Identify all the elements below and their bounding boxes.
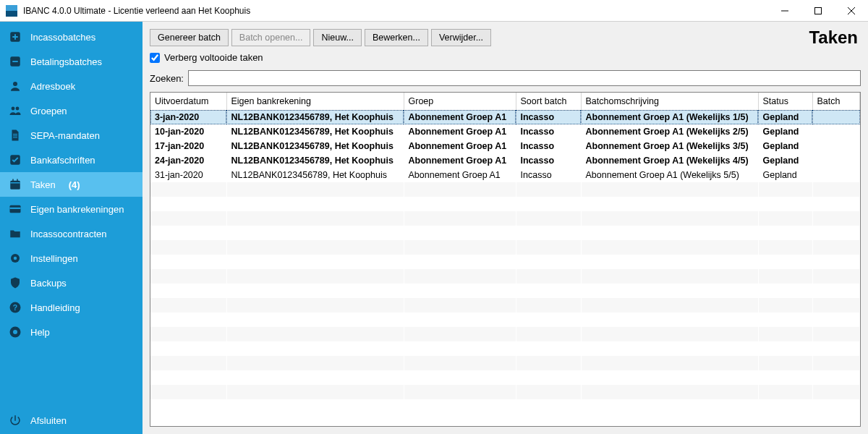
col-header-status[interactable]: Status (758, 93, 812, 110)
gear-icon (9, 252, 22, 265)
sidebar-item-label: Help (30, 327, 50, 338)
sidebar-item-incassocontracten[interactable]: Incassocontracten (0, 221, 142, 246)
main-panel: Genereer batch Batch openen... Nieuw... … (142, 22, 868, 434)
sidebar-item-bankafschriften[interactable]: Bankafschriften (0, 148, 142, 172)
sidebar-item-label: Handleiding (30, 302, 80, 313)
table-row[interactable]: 17-jan-2020NL12BANK0123456789, Het Kooph… (150, 139, 860, 153)
table-row[interactable]: 10-jan-2020NL12BANK0123456789, Het Kooph… (150, 124, 860, 139)
svg-rect-12 (17, 179, 18, 182)
cell-desc: Abonnement Groep A1 (Wekelijks 5/5) (581, 168, 758, 182)
sidebar-item-backups[interactable]: Backups (0, 271, 142, 295)
svg-point-20 (13, 330, 17, 334)
sidebar-item-taken[interactable]: Taken(4) (0, 172, 142, 197)
table-row-empty (150, 269, 860, 284)
col-header-eigen-bankrekening[interactable]: Eigen bankrekening (226, 93, 404, 110)
window-controls (768, 0, 868, 22)
sidebar-item-label: Backups (30, 278, 67, 289)
sidebar-item-afsluiten[interactable]: Afsluiten (0, 407, 142, 434)
sidebar-item-groepen[interactable]: Groepen (0, 98, 142, 123)
minimize-button[interactable] (768, 0, 801, 22)
sidebar-item-eigen-bankrekeningen[interactable]: Eigen bankrekeningen (0, 197, 142, 221)
table-row[interactable]: 31-jan-2020NL12BANK0123456789, Het Kooph… (150, 168, 860, 182)
card-icon (9, 203, 22, 216)
cell-type: Incasso (516, 110, 581, 124)
cell-date: 17-jan-2020 (150, 139, 226, 153)
search-row: Zoeken: (150, 70, 861, 86)
sidebar-item-label: Bankafschriften (30, 155, 95, 166)
cell-batch (812, 124, 860, 139)
delete-button[interactable]: Verwijder... (431, 29, 491, 46)
sidebar-item-badge: (4) (69, 179, 80, 190)
sidebar-item-label: Eigen bankrekeningen (30, 204, 124, 215)
table-row-empty (150, 312, 860, 327)
table-row-empty (150, 298, 860, 312)
tasks-table-wrap: Uitvoerdatum Eigen bankrekening Groep So… (150, 92, 861, 427)
search-input[interactable] (188, 70, 861, 86)
people-icon (9, 104, 22, 117)
cell-group: Abonnement Groep A1 (404, 168, 516, 182)
sidebar-item-label: Groepen (30, 106, 67, 116)
sidebar-item-instellingen[interactable]: Instellingen (0, 246, 142, 271)
cell-acct: NL12BANK0123456789, Het Koophuis (226, 110, 404, 124)
edit-button[interactable]: Bewerken... (365, 29, 428, 46)
generate-batch-button[interactable]: Genereer batch (150, 29, 229, 46)
sidebar: IncassobatchesBetalingsbatchesAdresboekG… (0, 22, 142, 434)
cell-type: Incasso (516, 124, 581, 139)
cell-status: Gepland (758, 124, 812, 139)
cell-desc: Abonnement Groep A1 (Wekelijks 2/5) (581, 124, 758, 139)
svg-point-6 (13, 82, 17, 86)
table-row[interactable]: 3-jan-2020NL12BANK0123456789, Het Koophu… (150, 110, 860, 124)
cell-acct: NL12BANK0123456789, Het Koophuis (226, 139, 404, 153)
sidebar-item-label: Adresboek (30, 81, 75, 92)
sidebar-item-betalingsbatches[interactable]: Betalingsbatches (0, 49, 142, 74)
new-button[interactable]: Nieuw... (313, 29, 361, 46)
table-row-empty (150, 182, 860, 197)
cell-acct: NL12BANK0123456789, Het Koophuis (226, 168, 404, 182)
col-header-batchomschrijving[interactable]: Batchomschrijving (581, 93, 758, 110)
sidebar-item-help[interactable]: Help (0, 320, 142, 344)
cell-group: Abonnement Groep A1 (404, 124, 516, 139)
table-row[interactable]: 24-jan-2020NL12BANK0123456789, Het Kooph… (150, 153, 860, 168)
shield-icon (9, 276, 22, 289)
cell-batch (812, 153, 860, 168)
sidebar-item-sepa-mandaten[interactable]: SEPA-mandaten (0, 123, 142, 148)
svg-text:?: ? (13, 303, 17, 312)
cell-batch (812, 110, 860, 124)
cell-date: 24-jan-2020 (150, 153, 226, 168)
close-button[interactable] (835, 0, 868, 22)
sidebar-item-handleiding[interactable]: ?Handleiding (0, 295, 142, 320)
table-row-empty (150, 327, 860, 341)
sidebar-item-incassobatches[interactable]: Incassobatches (0, 25, 142, 49)
col-header-groep[interactable]: Groep (404, 93, 516, 110)
cell-group: Abonnement Groep A1 (404, 139, 516, 153)
tasks-table: Uitvoerdatum Eigen bankrekening Groep So… (150, 93, 860, 399)
maximize-button[interactable] (801, 0, 835, 22)
col-header-batch[interactable]: Batch (812, 93, 860, 110)
svg-rect-10 (10, 181, 20, 190)
hide-completed-label[interactable]: Verberg voltooide taken (164, 52, 263, 63)
toolbar: Genereer batch Batch openen... Nieuw... … (150, 27, 861, 48)
cell-batch (812, 168, 860, 182)
table-header-row: Uitvoerdatum Eigen bankrekening Groep So… (150, 93, 860, 110)
cell-date: 31-jan-2020 (150, 168, 226, 182)
plus-box-icon (9, 30, 22, 43)
cell-group: Abonnement Groep A1 (404, 110, 516, 124)
col-header-soort-batch[interactable]: Soort batch (516, 93, 581, 110)
maximize-icon (814, 7, 822, 14)
table-row-empty (150, 240, 860, 255)
table-row-empty (150, 197, 860, 211)
page-title: Taken (809, 27, 861, 48)
cell-status: Gepland (758, 139, 812, 153)
col-header-uitvoerdatum[interactable]: Uitvoerdatum (150, 93, 226, 110)
cell-type: Incasso (516, 139, 581, 153)
folder-icon (9, 227, 22, 240)
svg-rect-14 (10, 208, 21, 209)
sidebar-item-adresboek[interactable]: Adresboek (0, 74, 142, 98)
table-row-empty (150, 284, 860, 298)
table-row-empty (150, 385, 860, 399)
cell-desc: Abonnement Groep A1 (Wekelijks 3/5) (581, 139, 758, 153)
sidebar-item-label: Incassocontracten (30, 229, 107, 239)
open-batch-button[interactable]: Batch openen... (231, 29, 311, 46)
svg-point-8 (16, 107, 20, 111)
hide-completed-checkbox[interactable] (150, 53, 160, 63)
